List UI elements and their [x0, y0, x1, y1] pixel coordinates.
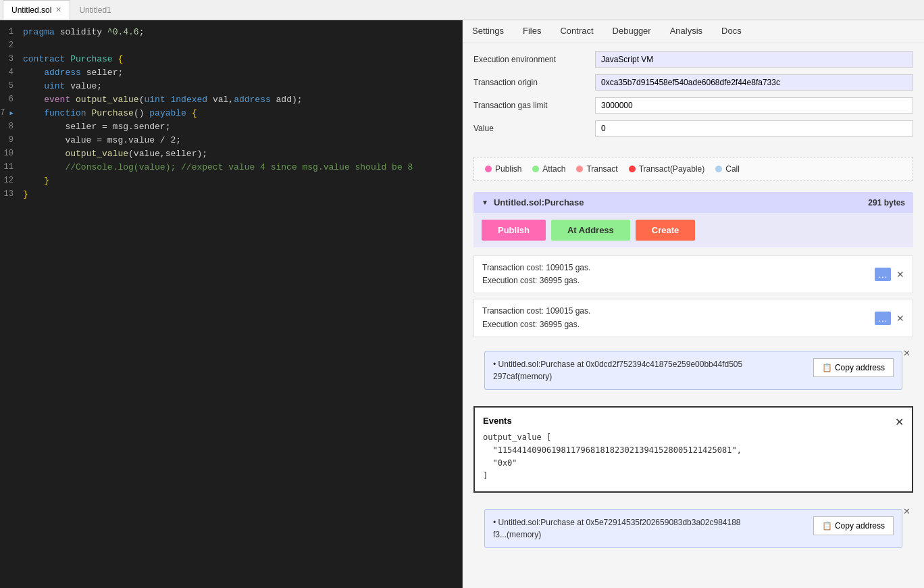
code-line-7: 7 ▶ function Purchase() payable { — [0, 107, 462, 120]
tab-bar: Untitled.sol ✕ Untitled1 — [0, 0, 924, 20]
line-number-12: 12 — [0, 174, 20, 187]
transaction-gas-limit-label: Transaction gas limit — [473, 101, 595, 110]
nav-tabs: Settings Files Contract Debugger Analysi… — [463, 20, 924, 43]
line-number-5: 5 — [0, 80, 20, 92]
tab-files[interactable]: Files — [520, 20, 544, 43]
instance-wrapper-1: • Untitled.sol:Purchase at 0x0dcd2f75239… — [473, 345, 913, 395]
contract-instance-2: • Untitled.sol:Purchase at 0x5e72914535f… — [484, 509, 902, 548]
line-content-6: event output_value(uint indexed val,addr… — [20, 93, 462, 107]
tx-result-1-close-button[interactable]: ✕ — [896, 269, 904, 280]
tx-result-2-dots-button[interactable]: … — [875, 312, 891, 325]
instance-2-close-button[interactable]: ✕ — [903, 506, 910, 516]
tab-debugger[interactable]: Debugger — [610, 20, 654, 43]
line-content-12: } — [20, 174, 462, 188]
tx-result-2-transaction-cost: Transaction cost: 109015 gas. — [482, 305, 590, 318]
code-line-2: 2 — [0, 39, 462, 53]
transaction-origin-select[interactable]: 0xca35b7d915458ef540ade6068dfe2f44e8fa73… — [595, 74, 913, 91]
line-content-3: contract Purchase { — [20, 53, 462, 66]
tab-analysis[interactable]: Analysis — [667, 20, 705, 43]
contract-block: ▼ Untitled.sol:Purchase 291 bytes Publis… — [473, 192, 913, 247]
tab-untitled-sol[interactable]: Untitled.sol ✕ — [3, 0, 70, 20]
line-number-6: 6 — [0, 93, 20, 105]
line-number-10: 10 — [0, 147, 20, 160]
code-line-13: 13} — [0, 188, 462, 201]
copy-icon-2: 📋 — [822, 521, 832, 531]
legend-transact: Transact — [576, 164, 617, 174]
line-content-5: uint value; — [20, 80, 462, 93]
line-content-4: address seller; — [20, 66, 462, 80]
right-panel: Settings Files Contract Debugger Analysi… — [463, 20, 924, 588]
transaction-origin-value[interactable]: 0xca35b7d915458ef540ade6068dfe2f44e8fa73… — [595, 74, 913, 91]
code-line-10: 10 output_value(value,seller); — [0, 147, 462, 161]
events-close-button[interactable]: ✕ — [895, 416, 904, 428]
main-layout: 1pragma solidity ^0.4.6;23contract Purch… — [0, 20, 924, 588]
line-content-1: pragma solidity ^0.4.6; — [20, 26, 462, 39]
line-content-13: } — [20, 188, 462, 201]
tx-result-2-execution-cost: Execution cost: 36995 gas. — [482, 318, 590, 331]
action-buttons: Publish At Address Create — [473, 213, 913, 247]
tx-result-1-dots-button[interactable]: … — [875, 268, 891, 281]
tx-result-1-actions: … ✕ — [875, 268, 904, 281]
tab-untitled1[interactable]: Untitled1 — [70, 0, 120, 20]
execution-environment-value[interactable]: JavaScript VM — [595, 51, 913, 68]
legend-attach: Attach — [532, 164, 565, 174]
instance-1-text: • Untitled.sol:Purchase at 0x0dcd2f75239… — [493, 358, 742, 383]
line-number-8: 8 — [0, 120, 20, 132]
tx-result-1-execution-cost: Execution cost: 36995 gas. — [482, 274, 590, 287]
value-input[interactable] — [595, 120, 913, 137]
line-content-11: //Console.log(value); //expect value 4 s… — [20, 161, 462, 174]
value-input-wrapper[interactable] — [595, 120, 913, 137]
tab-docs[interactable]: Docs — [719, 20, 744, 43]
tab-settings[interactable]: Settings — [469, 20, 507, 43]
legend-call: Call — [715, 164, 740, 174]
contract-size: 291 bytes — [868, 198, 905, 207]
call-dot — [715, 166, 722, 172]
copy-address-label-1: Copy address — [835, 363, 885, 372]
tx-result-2-actions: … ✕ — [875, 312, 904, 325]
line-number-9: 9 — [0, 134, 20, 146]
legend-publish: Publish — [485, 164, 521, 174]
tx-result-1: Transaction cost: 109015 gas. Execution … — [473, 255, 913, 293]
copy-icon: 📋 — [822, 363, 832, 372]
execution-environment-row: Execution environment JavaScript VM — [473, 51, 913, 68]
contract-instance-1: • Untitled.sol:Purchase at 0x0dcd2f75239… — [484, 351, 902, 390]
at-address-button[interactable]: At Address — [551, 220, 630, 241]
events-panel: ✕ Events output_value [ "115441409061981… — [473, 406, 913, 493]
line-number-13: 13 — [0, 188, 20, 200]
code-line-3: 3contract Purchase { — [0, 53, 462, 66]
create-button[interactable]: Create — [636, 220, 695, 241]
tx-result-1-transaction-cost: Transaction cost: 109015 gas. — [482, 262, 590, 274]
line-number-4: 4 — [0, 66, 20, 78]
legend-transact-payable: Transact(Payable) — [629, 164, 705, 174]
tx-result-2-close-button[interactable]: ✕ — [896, 313, 904, 324]
code-line-11: 11 //Console.log(value); //expect value … — [0, 161, 462, 174]
instance-1-close-button[interactable]: ✕ — [903, 348, 910, 358]
transaction-origin-row: Transaction origin 0xca35b7d915458ef540a… — [473, 74, 913, 91]
contract-arrow-icon: ▼ — [482, 199, 488, 206]
line-number-1: 1 — [0, 26, 20, 38]
tab-label: Untitled.sol — [11, 5, 51, 15]
value-row: Value — [473, 120, 913, 137]
close-tab-icon[interactable]: ✕ — [55, 5, 61, 14]
copy-address-button-2[interactable]: 📋 Copy address — [813, 516, 894, 535]
copy-address-button-1[interactable]: 📋 Copy address — [813, 358, 894, 377]
events-title: Events — [483, 416, 904, 426]
line-content-8: seller = msg.sender; — [20, 120, 462, 134]
legend-call-label: Call — [725, 164, 740, 174]
code-editor[interactable]: 1pragma solidity ^0.4.6;23contract Purch… — [0, 20, 463, 588]
publish-button[interactable]: Publish — [482, 220, 546, 241]
transaction-gas-limit-value[interactable] — [595, 97, 913, 114]
tx-result-2-text: Transaction cost: 109015 gas. Execution … — [482, 305, 590, 330]
legend-transact-label: Transact — [586, 164, 617, 174]
execution-environment-select[interactable]: JavaScript VM — [595, 51, 913, 68]
tx-result-2: Transaction cost: 109015 gas. Execution … — [473, 299, 913, 337]
tab-contract[interactable]: Contract — [557, 20, 596, 43]
tab-label: Untitled1 — [79, 5, 111, 15]
code-line-12: 12 } — [0, 174, 462, 188]
legend-attach-label: Attach — [542, 164, 565, 174]
code-line-1: 1pragma solidity ^0.4.6; — [0, 26, 462, 39]
transaction-gas-limit-input[interactable] — [595, 97, 913, 114]
code-line-8: 8 seller = msg.sender; — [0, 120, 462, 134]
line-number-7: 7 ▶ — [0, 107, 20, 119]
line-content-7: function Purchase() payable { — [20, 107, 462, 120]
